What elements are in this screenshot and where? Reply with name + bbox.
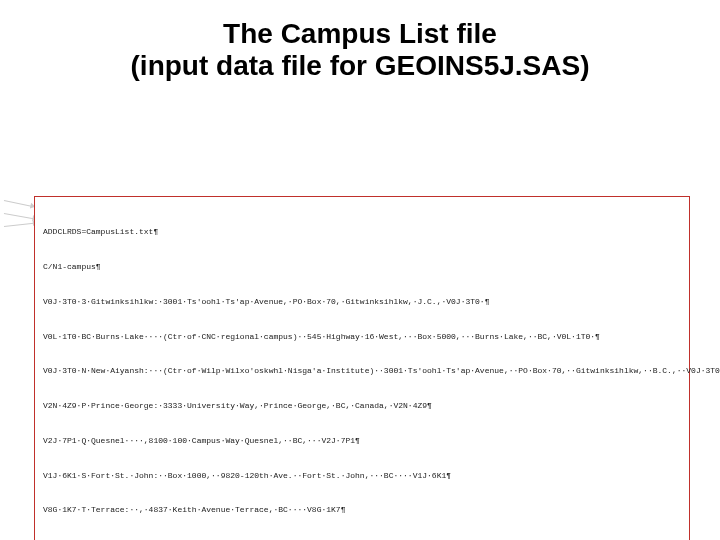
file-line: ADDCLRDS=CampusList.txt¶ [43,226,681,238]
title-line-1: The Campus List file [0,18,720,50]
title-line-2: (input data file for GEOINS5J.SAS) [0,50,720,82]
file-box-container: ADDCLRDS=CampusList.txt¶ C/N1-campus¶ V0… [34,196,690,540]
file-line: V0L·1T0·BC·Burns·Lake····(Ctr·of·CNC·reg… [43,331,681,343]
title-block: The Campus List file (input data file fo… [0,0,720,82]
pointer-arrow-3 [4,223,34,227]
file-line: C/N1-campus¶ [43,261,681,273]
pointer-arrow-1 [4,200,32,207]
file-line: V2N·4Z9·P·Prince·George:·3333·University… [43,400,681,412]
file-contents-box: ADDCLRDS=CampusList.txt¶ C/N1-campus¶ V0… [34,196,690,540]
file-line: V1J·6K1·S·Fort·St.·John:··Box·1000,··982… [43,470,681,482]
file-line: V0J·3T0·N·New·Aiyansh:···(Ctr·of·Wilp·Wi… [43,365,681,377]
pointer-arrow-2 [4,213,34,219]
file-line: V8G·1K7·T·Terrace:··,·4837·Keith·Avenue·… [43,504,681,516]
file-lines: ADDCLRDS=CampusList.txt¶ C/N1-campus¶ V0… [43,203,681,540]
slide: The Campus List file (input data file fo… [0,0,720,540]
file-line: V0J·3T0·3·Gitwinksihlkw:·3001·Ts'oohl·Ts… [43,296,681,308]
file-line: V2J·7P1·Q·Quesnel····,8100·100·Campus·Wa… [43,435,681,447]
